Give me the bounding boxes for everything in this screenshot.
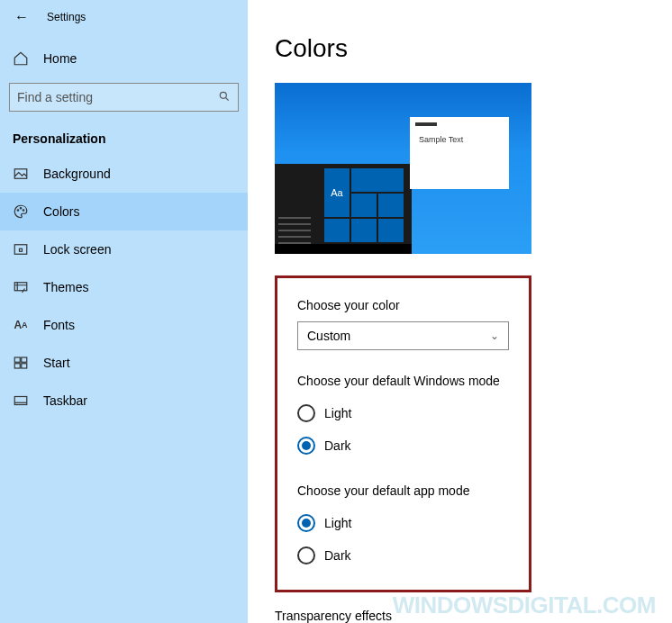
- sidebar: ← Settings Home Personalization Backgrou…: [0, 0, 248, 623]
- taskbar-icon: [13, 393, 29, 409]
- svg-point-2: [17, 210, 19, 212]
- choose-color-select[interactable]: Custom ⌄: [297, 321, 509, 350]
- svg-point-4: [23, 210, 24, 212]
- choose-color-label: Choose your color: [297, 298, 509, 312]
- home-icon: [13, 50, 29, 67]
- radio-icon: [297, 514, 315, 532]
- svg-rect-6: [20, 248, 23, 251]
- sidebar-item-label: Fonts: [43, 318, 75, 332]
- windows-mode-dark[interactable]: Dark: [297, 429, 509, 462]
- app-mode-label: Choose your default app mode: [297, 483, 509, 498]
- sidebar-item-background[interactable]: Background: [0, 155, 248, 193]
- radio-label: Light: [324, 516, 351, 530]
- sidebar-item-taskbar[interactable]: Taskbar: [0, 382, 248, 420]
- section-header: Personalization: [0, 117, 248, 155]
- svg-rect-10: [14, 364, 20, 368]
- palette-icon: [13, 203, 29, 220]
- chevron-down-icon: ⌄: [490, 330, 499, 342]
- sidebar-item-label: Taskbar: [43, 393, 87, 408]
- search-input[interactable]: [9, 83, 239, 112]
- sidebar-item-lock-screen[interactable]: Lock screen: [0, 230, 248, 268]
- svg-rect-5: [14, 245, 27, 255]
- sidebar-item-label: Colors: [43, 204, 79, 219]
- windows-mode-light[interactable]: Light: [297, 397, 509, 429]
- sidebar-item-label: Background: [43, 167, 111, 181]
- windows-mode-label: Choose your default Windows mode: [297, 374, 509, 388]
- sidebar-item-start[interactable]: Start: [0, 344, 248, 382]
- search-container: [0, 76, 248, 117]
- app-mode-group: Choose your default app mode Light Dark: [297, 483, 509, 572]
- radio-icon: [297, 404, 315, 422]
- sidebar-item-home[interactable]: Home: [0, 41, 248, 76]
- radio-label: Light: [324, 406, 351, 420]
- app-title: Settings: [47, 11, 86, 23]
- windows-mode-group: Choose your default Windows mode Light D…: [297, 374, 509, 462]
- main-content: Colors Aa Sample Text Choose your color …: [248, 0, 672, 623]
- select-value: Custom: [307, 329, 350, 343]
- sidebar-item-label: Themes: [43, 280, 89, 294]
- sidebar-item-label: Start: [43, 356, 70, 370]
- svg-rect-9: [22, 357, 27, 362]
- svg-point-3: [20, 208, 22, 210]
- back-button[interactable]: ←: [13, 9, 31, 25]
- app-mode-dark[interactable]: Dark: [297, 539, 509, 572]
- sidebar-item-themes[interactable]: Themes: [0, 268, 248, 306]
- page-title: Colors: [275, 34, 645, 63]
- svg-rect-8: [14, 357, 20, 362]
- radio-icon: [297, 546, 315, 564]
- font-icon: AA: [13, 317, 29, 333]
- preview-tile-aa: Aa: [324, 168, 350, 217]
- search-field[interactable]: [17, 90, 218, 104]
- svg-rect-7: [14, 283, 27, 291]
- preview-sample-text: Sample Text: [410, 126, 509, 144]
- sidebar-item-fonts[interactable]: AA Fonts: [0, 306, 248, 344]
- start-icon: [13, 355, 29, 371]
- color-preview: Aa Sample Text: [275, 83, 531, 254]
- svg-point-0: [220, 92, 226, 98]
- preview-window: Sample Text: [410, 117, 509, 189]
- transparency-section: Transparency effects On: [275, 609, 531, 623]
- sidebar-item-colors[interactable]: Colors: [0, 193, 248, 230]
- lock-screen-icon: [13, 241, 29, 257]
- image-icon: [13, 166, 29, 182]
- sidebar-item-label: Lock screen: [43, 242, 111, 257]
- app-mode-light[interactable]: Light: [297, 507, 509, 539]
- header: ← Settings: [0, 7, 248, 41]
- search-icon: [218, 90, 231, 105]
- preview-start-menu: Aa: [275, 164, 412, 254]
- radio-label: Dark: [324, 438, 351, 453]
- highlighted-section: Choose your color Custom ⌄ Choose your d…: [275, 275, 531, 592]
- radio-icon: [297, 437, 315, 455]
- sidebar-item-label: Home: [43, 51, 77, 66]
- radio-label: Dark: [324, 548, 351, 563]
- svg-rect-12: [14, 397, 27, 405]
- transparency-label: Transparency effects: [275, 609, 531, 623]
- svg-rect-11: [22, 364, 27, 368]
- paint-icon: [13, 279, 29, 295]
